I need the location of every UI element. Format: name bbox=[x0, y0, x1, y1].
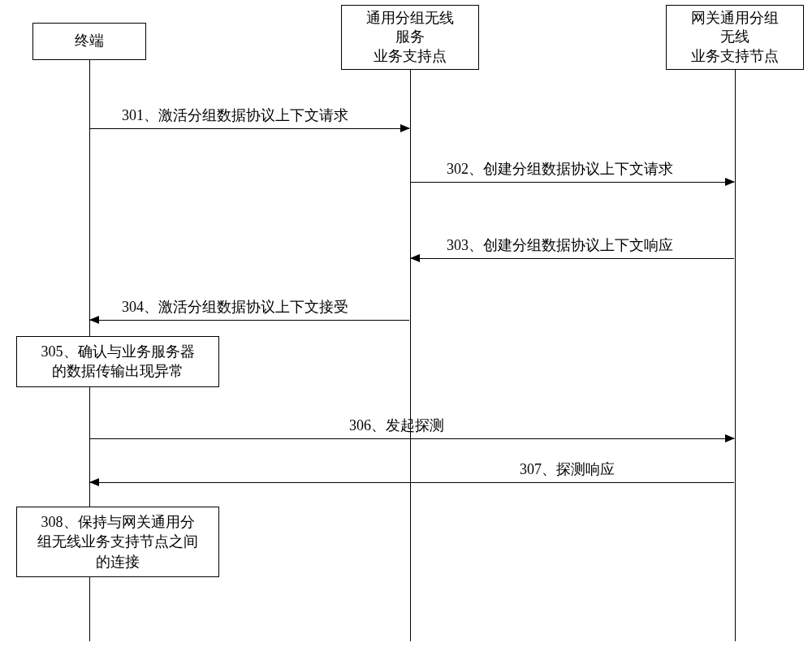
msg-304-label: 304、激活分组数据协议上下文接受 bbox=[122, 297, 348, 317]
msg-306-label: 306、发起探测 bbox=[349, 416, 444, 435]
box-305: 305、确认与业务服务器 的数据传输出现异常 bbox=[16, 336, 219, 387]
msg-306-arrow bbox=[90, 438, 734, 439]
lifeline-ggsn bbox=[735, 70, 736, 641]
msg-307-label: 307、探测响应 bbox=[520, 459, 615, 479]
participant-sgsn: 通用分组无线 服务 业务支持点 bbox=[341, 5, 479, 70]
participant-ggsn: 网关通用分组 无线 业务支持节点 bbox=[666, 5, 804, 70]
msg-303-arrow bbox=[411, 258, 734, 259]
msg-301-label: 301、激活分组数据协议上下文请求 bbox=[122, 106, 348, 125]
msg-301-arrow bbox=[90, 128, 409, 129]
msg-307-arrow bbox=[90, 482, 734, 483]
msg-302-label: 302、创建分组数据协议上下文请求 bbox=[447, 159, 673, 179]
msg-302-arrow bbox=[411, 182, 734, 183]
msg-303-label: 303、创建分组数据协议上下文响应 bbox=[447, 235, 673, 255]
participant-terminal: 终端 bbox=[32, 23, 146, 60]
msg-304-arrow bbox=[90, 320, 409, 321]
box-308: 308、保持与网关通用分 组无线业务支持节点之间 的连接 bbox=[16, 507, 219, 577]
lifeline-sgsn bbox=[410, 70, 411, 641]
